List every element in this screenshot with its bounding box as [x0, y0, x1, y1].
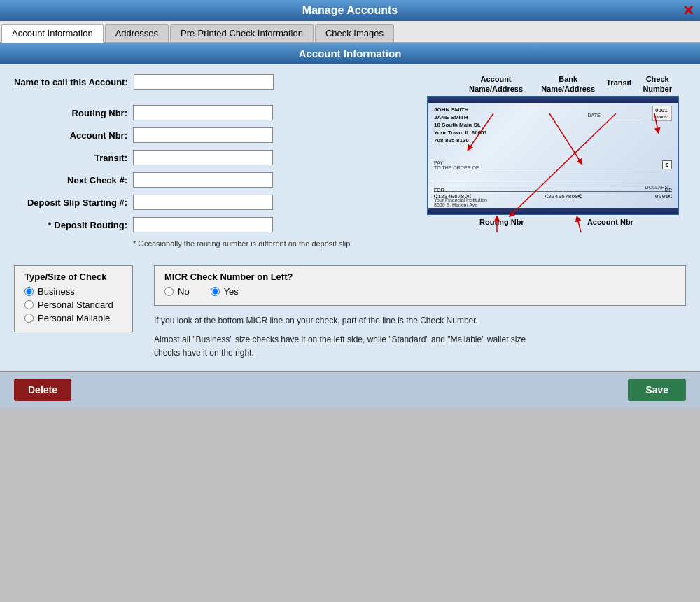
close-button[interactable]: ✕ — [682, 4, 694, 18]
name-label: Name to call this Account: — [14, 77, 134, 88]
bottom-labels: Routing Nbr Account Nbr — [427, 218, 686, 226]
radio-personal-standard-label: Personal Standard — [38, 300, 113, 310]
check-image: JOHN SMITHJANE SMITH10 South Main St.You… — [427, 96, 679, 215]
check-order-line — [434, 174, 672, 183]
micr-title: MICR Check Number on Left? — [164, 272, 676, 282]
account-name-address-label: AccountName/Address — [469, 74, 523, 94]
section-header: Account Information — [0, 43, 700, 64]
main-content: Name to call this Account: Routing Nbr: … — [0, 64, 700, 258]
micr-options: No Yes — [164, 286, 676, 300]
check-image-wrapper: JOHN SMITHJANE SMITH10 South Main St.You… — [427, 96, 679, 215]
radio-business: Business — [24, 286, 122, 297]
check-diagram-area: AccountName/Address BankName/Address Tra… — [427, 74, 686, 248]
check-micr-line: ⑆123456789⑆ ⑆234567890⑆ 0001⑆ — [428, 193, 678, 200]
deposit-slip-input[interactable] — [133, 195, 273, 210]
top-labels: AccountName/Address BankName/Address Tra… — [427, 74, 686, 94]
transit-input[interactable] — [133, 150, 273, 165]
account-row: Account Nbr: — [14, 127, 413, 143]
check-body: JOHN SMITHJANE SMITH10 South Main St.You… — [428, 103, 678, 208]
radio-personal-standard: Personal Standard — [24, 300, 122, 310]
radio-personal-standard-input[interactable] — [24, 300, 34, 309]
deposit-routing-row: * Deposit Routing: — [14, 217, 413, 232]
radio-yes-input[interactable] — [211, 287, 220, 296]
tab-check-images[interactable]: Check Images — [315, 24, 394, 42]
check-date-line: DATE _______________ — [588, 113, 643, 118]
tab-account-information[interactable]: Account Information — [1, 24, 104, 43]
check-pay-text: PAYTO THE ORDER OF — [434, 160, 479, 170]
check-type-title: Type/Size of Check — [24, 272, 122, 282]
name-input[interactable] — [134, 74, 274, 90]
bank-name-address-label: BankName/Address — [541, 74, 595, 94]
account-input[interactable] — [133, 127, 273, 143]
radio-business-input[interactable] — [24, 287, 34, 296]
deposit-routing-input[interactable] — [133, 217, 273, 232]
radio-no-label: No — [178, 286, 190, 297]
routing-nbr-label: Routing Nbr — [479, 218, 524, 226]
check-top-bar — [428, 97, 678, 103]
radio-no-input[interactable] — [164, 287, 174, 296]
micr-section: MICR Check Number on Left? No Yes If you… — [154, 265, 686, 360]
check-for-text: FOR — [434, 188, 444, 192]
deposit-note: * Occasionally the routing number is dif… — [133, 239, 413, 248]
check-for-line: FOR MP — [434, 186, 672, 192]
radio-personal-mailable-input[interactable] — [24, 314, 34, 323]
check-type-box: Type/Size of Check Business Personal Sta… — [14, 265, 133, 332]
tab-bar: Account Information Addresses Pre-Printe… — [0, 21, 700, 43]
deposit-slip-row: Deposit Slip Starting #: — [14, 195, 413, 210]
window-title: Manage Accounts — [302, 4, 398, 17]
transit-top-label: Transit — [606, 78, 631, 94]
radio-personal-mailable: Personal Mailable — [24, 313, 122, 323]
routing-label: Routing Nbr: — [14, 108, 133, 118]
routing-row: Routing Nbr: — [14, 105, 413, 120]
save-button[interactable]: Save — [628, 379, 686, 401]
next-check-label: Next Check #: — [14, 175, 133, 186]
check-pay-line: PAYTO THE ORDER OF $ — [434, 160, 672, 172]
radio-yes-label: Yes — [224, 286, 239, 297]
tab-addresses[interactable]: Addresses — [105, 24, 169, 42]
title-bar: Manage Accounts ✕ — [0, 0, 700, 21]
bottom-content: Type/Size of Check Business Personal Sta… — [0, 258, 700, 371]
micr-note2: Almost all "Business" size checks have i… — [154, 333, 546, 360]
radio-yes: Yes — [211, 286, 239, 297]
radio-business-label: Business — [38, 286, 75, 297]
account-nbr-label: Account Nbr — [587, 218, 634, 226]
name-row: Name to call this Account: — [14, 74, 413, 90]
bottom-bar: Delete Save — [0, 371, 700, 408]
check-mp-text: MP — [665, 188, 673, 192]
routing-input[interactable] — [133, 105, 273, 120]
delete-button[interactable]: Delete — [14, 379, 71, 401]
micr-note1: If you look at the bottom MICR line on y… — [154, 314, 546, 328]
check-dollar: $ — [662, 160, 672, 169]
check-name: JOHN SMITHJANE SMITH10 South Main St.You… — [434, 106, 672, 145]
micr-box: MICR Check Number on Left? No Yes — [154, 265, 686, 306]
transit-label: Transit: — [14, 153, 133, 163]
radio-no: No — [164, 286, 190, 297]
deposit-routing-label: * Deposit Routing: — [14, 220, 133, 230]
radio-personal-mailable-label: Personal Mailable — [38, 313, 110, 323]
check-bottom-bar — [428, 208, 678, 214]
deposit-slip-label: Deposit Slip Starting #: — [14, 197, 133, 208]
account-label: Account Nbr: — [14, 130, 133, 141]
next-check-input[interactable] — [133, 172, 273, 188]
check-number-label: CheckNumber — [643, 74, 672, 94]
tab-pre-printed-check[interactable]: Pre-Printed Check Information — [170, 24, 314, 42]
transit-row: Transit: — [14, 150, 413, 165]
check-number-field: 0001000001 — [652, 106, 672, 121]
next-check-row: Next Check #: — [14, 172, 413, 188]
form-area: Name to call this Account: Routing Nbr: … — [14, 74, 413, 248]
micr-notes: If you look at the bottom MICR line on y… — [154, 314, 546, 360]
